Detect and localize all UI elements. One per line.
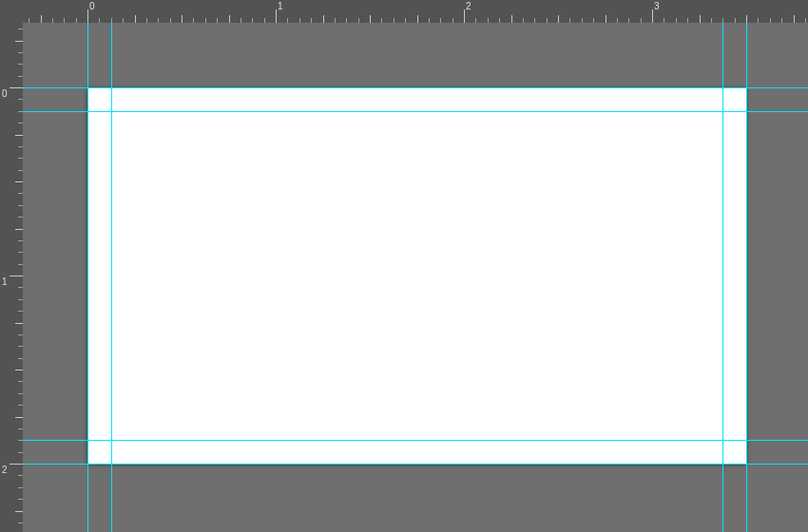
editor-viewport[interactable] — [23, 23, 808, 532]
ruler-vertical[interactable]: 012 — [0, 23, 23, 532]
ruler-origin-corner[interactable] — [0, 0, 23, 23]
guide-horizontal[interactable] — [23, 87, 808, 88]
ruler-label: 2 — [2, 465, 8, 475]
ruler-label: 3 — [654, 1, 660, 11]
ruler-label: 1 — [2, 276, 8, 287]
ruler-label: 0 — [2, 88, 8, 99]
ruler-horizontal[interactable]: 0123 — [23, 0, 808, 23]
artboard[interactable] — [87, 87, 746, 464]
guide-horizontal[interactable] — [23, 464, 808, 465]
guide-vertical[interactable] — [111, 23, 112, 532]
guide-vertical[interactable] — [722, 23, 723, 532]
guide-horizontal[interactable] — [23, 440, 808, 441]
guide-horizontal[interactable] — [23, 111, 808, 112]
ruler-label: 2 — [466, 1, 471, 11]
guide-vertical[interactable] — [87, 23, 88, 532]
guide-vertical[interactable] — [746, 23, 747, 532]
ruler-label: 1 — [278, 1, 283, 11]
ruler-label: 0 — [89, 1, 95, 11]
